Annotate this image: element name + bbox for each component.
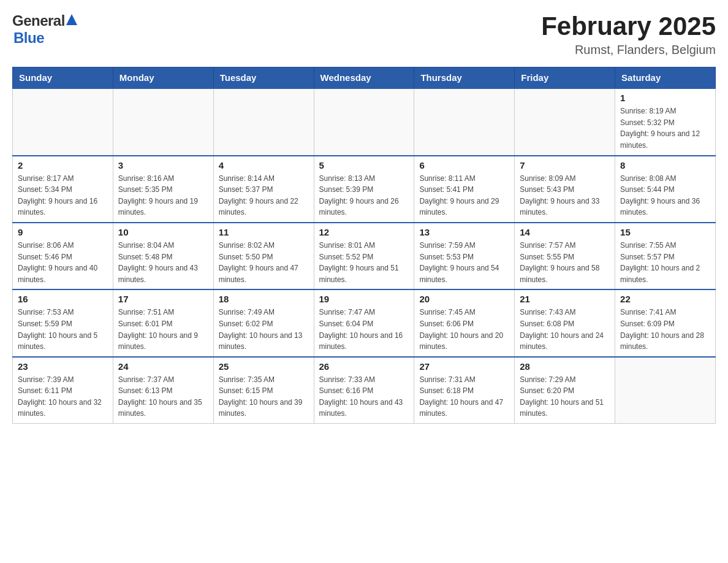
day-info: Sunrise: 7:37 AMSunset: 6:13 PMDaylight:… [118, 374, 208, 419]
calendar-cell: 1Sunrise: 8:19 AMSunset: 5:32 PMDaylight… [615, 88, 716, 155]
calendar-cell: 20Sunrise: 7:45 AMSunset: 6:06 PMDayligh… [414, 289, 515, 356]
day-number: 28 [520, 361, 610, 372]
calendar-cell: 28Sunrise: 7:29 AMSunset: 6:20 PMDayligh… [515, 357, 615, 424]
day-info: Sunrise: 8:19 AMSunset: 5:32 PMDaylight:… [620, 105, 710, 151]
day-number: 11 [219, 227, 309, 237]
svg-marker-0 [66, 14, 77, 25]
logo-general-text: General [12, 12, 65, 29]
day-number: 17 [118, 294, 208, 304]
calendar-cell [414, 88, 515, 155]
logo-triangle-icon [66, 14, 77, 28]
day-info: Sunrise: 7:59 AMSunset: 5:53 PMDaylight:… [419, 240, 509, 285]
day-number: 23 [18, 361, 108, 372]
day-number: 1 [620, 93, 710, 103]
day-info: Sunrise: 7:33 AMSunset: 6:16 PMDaylight:… [319, 374, 409, 419]
calendar-cell [314, 88, 414, 155]
calendar-week-row: 1Sunrise: 8:19 AMSunset: 5:32 PMDaylight… [13, 88, 716, 155]
day-info: Sunrise: 8:02 AMSunset: 5:50 PMDaylight:… [219, 240, 309, 285]
calendar-cell: 7Sunrise: 8:09 AMSunset: 5:43 PMDaylight… [515, 156, 615, 223]
calendar-cell: 8Sunrise: 8:08 AMSunset: 5:44 PMDaylight… [615, 156, 716, 223]
day-info: Sunrise: 8:04 AMSunset: 5:48 PMDaylight:… [118, 240, 208, 285]
calendar-cell [515, 88, 615, 155]
calendar-week-row: 16Sunrise: 7:53 AMSunset: 5:59 PMDayligh… [13, 289, 716, 356]
day-number: 21 [520, 294, 610, 304]
calendar-cell: 11Sunrise: 8:02 AMSunset: 5:50 PMDayligh… [213, 223, 314, 289]
day-info: Sunrise: 7:43 AMSunset: 6:08 PMDaylight:… [520, 307, 610, 352]
day-info: Sunrise: 7:31 AMSunset: 6:18 PMDaylight:… [419, 374, 509, 419]
day-info: Sunrise: 7:39 AMSunset: 6:11 PMDaylight:… [18, 374, 108, 419]
calendar-cell: 12Sunrise: 8:01 AMSunset: 5:52 PMDayligh… [314, 223, 414, 289]
calendar-cell [13, 88, 113, 155]
calendar-cell: 17Sunrise: 7:51 AMSunset: 6:01 PMDayligh… [113, 289, 213, 356]
calendar-week-row: 23Sunrise: 7:39 AMSunset: 6:11 PMDayligh… [13, 357, 716, 424]
logo-blue-text: Blue [13, 29, 44, 46]
calendar-cell: 15Sunrise: 7:55 AMSunset: 5:57 PMDayligh… [615, 223, 716, 289]
day-number: 6 [419, 160, 509, 170]
calendar-cell: 4Sunrise: 8:14 AMSunset: 5:37 PMDaylight… [213, 156, 314, 223]
day-number: 20 [419, 294, 509, 304]
day-info: Sunrise: 7:41 AMSunset: 6:09 PMDaylight:… [620, 307, 710, 352]
day-of-week-header: Wednesday [314, 67, 414, 89]
calendar-cell: 27Sunrise: 7:31 AMSunset: 6:18 PMDayligh… [414, 357, 515, 424]
day-info: Sunrise: 8:17 AMSunset: 5:34 PMDaylight:… [18, 173, 108, 218]
day-number: 24 [118, 361, 208, 372]
day-number: 2 [18, 160, 108, 170]
day-number: 19 [319, 294, 409, 304]
day-info: Sunrise: 7:35 AMSunset: 6:15 PMDaylight:… [219, 374, 309, 419]
day-info: Sunrise: 8:11 AMSunset: 5:41 PMDaylight:… [419, 173, 509, 218]
logo: General Blue [12, 12, 77, 47]
day-number: 14 [520, 227, 610, 237]
calendar-cell: 22Sunrise: 7:41 AMSunset: 6:09 PMDayligh… [615, 289, 716, 356]
day-info: Sunrise: 8:16 AMSunset: 5:35 PMDaylight:… [118, 173, 208, 218]
days-of-week-row: SundayMondayTuesdayWednesdayThursdayFrid… [13, 67, 716, 89]
calendar-body: 1Sunrise: 8:19 AMSunset: 5:32 PMDaylight… [13, 88, 716, 423]
calendar-cell: 10Sunrise: 8:04 AMSunset: 5:48 PMDayligh… [113, 223, 213, 289]
calendar-cell: 13Sunrise: 7:59 AMSunset: 5:53 PMDayligh… [414, 223, 515, 289]
day-info: Sunrise: 7:57 AMSunset: 5:55 PMDaylight:… [520, 240, 610, 285]
calendar-cell: 25Sunrise: 7:35 AMSunset: 6:15 PMDayligh… [213, 357, 314, 424]
day-of-week-header: Thursday [414, 67, 515, 89]
day-info: Sunrise: 7:47 AMSunset: 6:04 PMDaylight:… [319, 307, 409, 352]
day-info: Sunrise: 7:51 AMSunset: 6:01 PMDaylight:… [118, 307, 208, 352]
calendar-cell: 6Sunrise: 8:11 AMSunset: 5:41 PMDaylight… [414, 156, 515, 223]
day-of-week-header: Saturday [615, 67, 716, 89]
day-info: Sunrise: 8:09 AMSunset: 5:43 PMDaylight:… [520, 173, 610, 218]
day-info: Sunrise: 7:45 AMSunset: 6:06 PMDaylight:… [419, 307, 509, 352]
day-info: Sunrise: 8:01 AMSunset: 5:52 PMDaylight:… [319, 240, 409, 285]
day-of-week-header: Friday [515, 67, 615, 89]
day-number: 13 [419, 227, 509, 237]
calendar-cell: 9Sunrise: 8:06 AMSunset: 5:46 PMDaylight… [13, 223, 113, 289]
day-info: Sunrise: 7:49 AMSunset: 6:02 PMDaylight:… [219, 307, 309, 352]
day-number: 16 [18, 294, 108, 304]
day-number: 25 [219, 361, 309, 372]
day-number: 15 [620, 227, 710, 237]
page-header: General Blue February 2025 Rumst, Flande… [12, 12, 716, 57]
calendar-week-row: 9Sunrise: 8:06 AMSunset: 5:46 PMDaylight… [13, 223, 716, 289]
calendar-cell [113, 88, 213, 155]
calendar-week-row: 2Sunrise: 8:17 AMSunset: 5:34 PMDaylight… [13, 156, 716, 223]
day-of-week-header: Monday [113, 67, 213, 89]
calendar-cell: 18Sunrise: 7:49 AMSunset: 6:02 PMDayligh… [213, 289, 314, 356]
day-info: Sunrise: 8:14 AMSunset: 5:37 PMDaylight:… [219, 173, 309, 218]
day-info: Sunrise: 8:08 AMSunset: 5:44 PMDaylight:… [620, 173, 710, 218]
calendar-cell: 23Sunrise: 7:39 AMSunset: 6:11 PMDayligh… [13, 357, 113, 424]
day-of-week-header: Tuesday [213, 67, 314, 89]
page-subtitle: Rumst, Flanders, Belgium [541, 43, 716, 57]
day-info: Sunrise: 7:53 AMSunset: 5:59 PMDaylight:… [18, 307, 108, 352]
day-number: 12 [319, 227, 409, 237]
day-number: 7 [520, 160, 610, 170]
day-info: Sunrise: 8:06 AMSunset: 5:46 PMDaylight:… [18, 240, 108, 285]
calendar-cell [213, 88, 314, 155]
calendar-cell: 3Sunrise: 8:16 AMSunset: 5:35 PMDaylight… [113, 156, 213, 223]
day-number: 27 [419, 361, 509, 372]
day-number: 18 [219, 294, 309, 304]
calendar-cell: 19Sunrise: 7:47 AMSunset: 6:04 PMDayligh… [314, 289, 414, 356]
calendar-cell: 16Sunrise: 7:53 AMSunset: 5:59 PMDayligh… [13, 289, 113, 356]
calendar-cell: 24Sunrise: 7:37 AMSunset: 6:13 PMDayligh… [113, 357, 213, 424]
day-of-week-header: Sunday [13, 67, 113, 89]
page-title: February 2025 [541, 12, 716, 40]
day-number: 10 [118, 227, 208, 237]
calendar-cell [615, 357, 716, 424]
day-number: 9 [18, 227, 108, 237]
day-number: 26 [319, 361, 409, 372]
